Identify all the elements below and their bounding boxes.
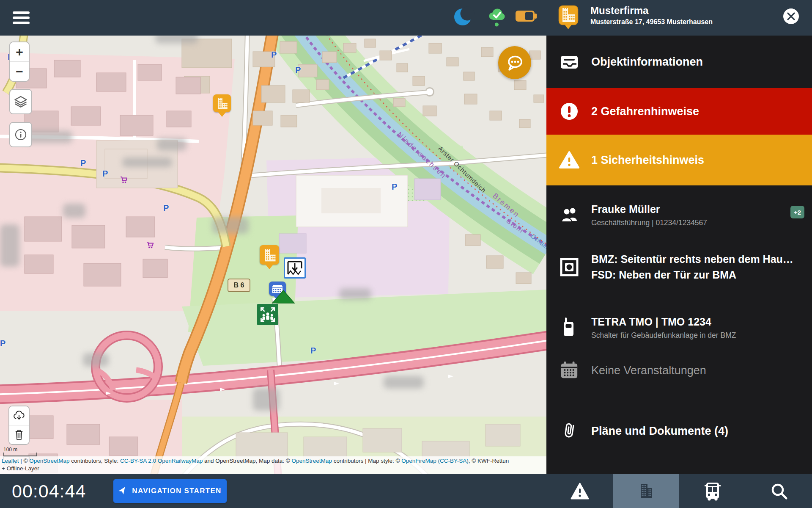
tab-object[interactable] bbox=[613, 474, 679, 508]
blur-patch bbox=[339, 288, 371, 300]
contact-count-badge: +2 bbox=[790, 206, 804, 218]
sidebar-row-object-info[interactable]: Objektinformationen bbox=[546, 36, 812, 88]
attribution-text: contributors | Map style: © bbox=[332, 458, 401, 464]
sidebar-row-contact[interactable]: Frauke Müller Geschäftsführung | 01234/1… bbox=[546, 190, 812, 238]
blur-patch bbox=[253, 388, 280, 411]
bottom-bar: 00:04:44 NAVIGATION STARTEN bbox=[0, 474, 546, 508]
object-title: Musterfirma bbox=[590, 5, 648, 17]
close-icon bbox=[787, 12, 795, 20]
trash-button[interactable] bbox=[9, 425, 29, 444]
attribution-line1: Leaflet | © OpenStreetMap contributors, … bbox=[2, 457, 545, 465]
mission-timer: 00:04:44 bbox=[12, 474, 86, 508]
blur-patch bbox=[63, 204, 85, 218]
error-icon bbox=[559, 102, 579, 121]
parking-icon: P bbox=[295, 65, 301, 75]
parking-icon: P bbox=[80, 158, 86, 168]
start-navigation-label: NAVIGATION STARTEN bbox=[132, 487, 221, 495]
battery-icon bbox=[515, 8, 537, 26]
contact-name: Frauke Müller bbox=[591, 203, 660, 215]
sidebar-row-documents[interactable]: Pläne und Dokumente (4) bbox=[546, 407, 812, 455]
sidebar-row-safety-note[interactable]: 1 Sicherheitshinweis bbox=[546, 135, 812, 185]
assembly-point-marker[interactable] bbox=[257, 304, 278, 325]
sidebar-row-tetra[interactable]: TETRA TMO | TMO 1234 Schalter für Gebäud… bbox=[546, 301, 812, 352]
menu-icon[interactable] bbox=[13, 11, 30, 24]
sidebar-header: Musterfirma Musterstraße 17, 49653 Muste… bbox=[546, 0, 812, 36]
tab-warnings[interactable] bbox=[546, 474, 613, 508]
fire-panel-icon bbox=[559, 257, 579, 277]
search-tab-icon bbox=[770, 482, 788, 500]
parking-icon: P bbox=[271, 50, 277, 60]
parking-icon: P bbox=[310, 346, 316, 356]
zoom-control: + − bbox=[9, 41, 30, 82]
paperclip-icon bbox=[559, 421, 579, 441]
close-button[interactable] bbox=[783, 8, 799, 24]
layers-button[interactable] bbox=[10, 90, 31, 113]
safety-note-label: 1 Sicherheitshinweis bbox=[591, 154, 704, 167]
night-mode-icon bbox=[453, 6, 475, 30]
sidebar-row-danger-notes[interactable]: 2 Gefahrenhinweise bbox=[546, 88, 812, 135]
attribution-text: and OpenStreetMap, Map data: © bbox=[203, 458, 291, 464]
warning-triangle-icon bbox=[559, 150, 579, 170]
map-region[interactable]: Niedersachsen Arster Ochtumdeich Bremen … bbox=[0, 36, 546, 474]
map-attribution: Leaflet | © OpenStreetMap contributors, … bbox=[0, 456, 546, 474]
building-marker[interactable] bbox=[260, 245, 279, 265]
chat-fab[interactable] bbox=[498, 46, 531, 79]
parking-icon: P bbox=[392, 182, 397, 192]
tab-vehicle[interactable] bbox=[679, 474, 746, 508]
offline-control bbox=[8, 406, 30, 445]
leaflet-link[interactable]: Leaflet bbox=[2, 458, 19, 464]
zoom-in-button[interactable]: + bbox=[10, 42, 29, 62]
object-address: Musterstraße 17, 49653 Musterhausen bbox=[590, 18, 713, 26]
building-marker[interactable] bbox=[213, 94, 231, 112]
radio-icon bbox=[559, 317, 579, 337]
parking-icon: P bbox=[163, 203, 169, 213]
sidebar-tab-bar bbox=[546, 474, 812, 508]
building-tab-icon bbox=[637, 482, 656, 500]
osm-link[interactable]: OpenStreetMap bbox=[29, 458, 69, 464]
parking-icon: P bbox=[0, 339, 5, 348]
app-screen: Niedersachsen Arster Ochtumdeich Bremen … bbox=[0, 0, 812, 508]
contact-detail: Geschäftsführung | 01234/1234567 bbox=[591, 218, 707, 227]
tetra-title: TETRA TMO | TMO 1234 bbox=[591, 316, 711, 328]
blur-patch bbox=[83, 353, 109, 367]
people-icon bbox=[559, 204, 579, 224]
navigation-arrow-icon bbox=[118, 486, 127, 497]
tetra-subtitle: Schalter für Gebäudefunkanlage in der BM… bbox=[591, 331, 736, 340]
calendar-icon bbox=[559, 361, 579, 380]
bus-tab-icon bbox=[703, 481, 722, 501]
attribution-text: , © KWF-Rettun bbox=[469, 458, 509, 464]
object-pin-icon bbox=[558, 5, 579, 31]
openrailwaymap-link[interactable]: CC-BY-SA 2.0 OpenRailwayMap bbox=[120, 458, 203, 464]
object-info-label: Objektinformationen bbox=[591, 55, 703, 69]
shopping-cart-icon bbox=[146, 241, 154, 250]
bmz-line2: FSD: Neben der Tür zur BMA bbox=[591, 267, 793, 283]
attribution-text: contributors, Style: bbox=[70, 458, 120, 464]
osm-link[interactable]: OpenStreetMap bbox=[292, 458, 332, 464]
cloud-download-button[interactable] bbox=[9, 406, 29, 425]
blur-patch bbox=[157, 138, 187, 151]
blur-patch bbox=[212, 217, 249, 234]
ccbysa-link[interactable]: (CC-BY-SA) bbox=[438, 458, 468, 464]
start-navigation-button[interactable]: NAVIGATION STARTEN bbox=[113, 479, 227, 503]
events-label: Keine Veranstaltungen bbox=[591, 364, 706, 377]
scale-metric: 100 m bbox=[3, 447, 17, 453]
documents-label: Pläne und Dokumente (4) bbox=[591, 425, 728, 438]
cloud-sync-icon bbox=[487, 7, 507, 30]
blur-patch bbox=[0, 224, 19, 267]
layers-control bbox=[9, 89, 32, 114]
tab-search[interactable] bbox=[746, 474, 812, 508]
info-button[interactable] bbox=[10, 123, 31, 146]
sidebar-row-bmz[interactable]: BMZ: Seitentür rechts neben dem Hau… FSD… bbox=[546, 242, 812, 292]
attribution-line2: + Offline-Layer bbox=[2, 465, 545, 472]
blur-patch bbox=[122, 157, 172, 167]
position-arrow-marker[interactable] bbox=[270, 289, 297, 304]
dry-riser-marker[interactable] bbox=[284, 257, 306, 279]
sidebar-row-events[interactable]: Keine Veranstaltungen bbox=[546, 347, 812, 394]
openfiremap-link[interactable]: OpenFireMap bbox=[401, 458, 436, 464]
warning-tab-icon bbox=[571, 482, 589, 500]
blur-patch bbox=[384, 376, 424, 389]
info-control bbox=[9, 122, 32, 147]
blur-patch bbox=[155, 36, 198, 44]
zoom-out-button[interactable]: − bbox=[10, 62, 29, 81]
bmz-line1: BMZ: Seitentür rechts neben dem Hau… bbox=[591, 251, 793, 267]
